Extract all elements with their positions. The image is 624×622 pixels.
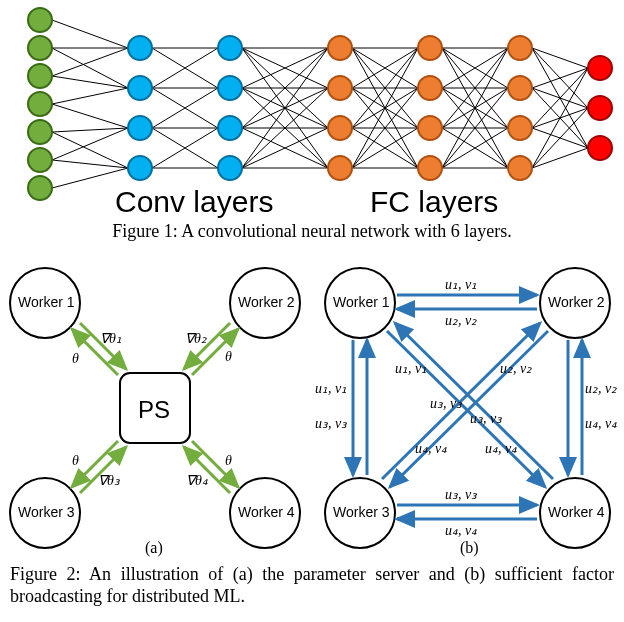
uv1-d: u₁, v₁ <box>395 361 427 376</box>
fc-layers-label: FC layers <box>370 185 498 218</box>
panel-b: Worker 1 Worker 2 Worker 3 Worker 4 <box>315 268 617 557</box>
fig1-caption-text: A convolutional neural network with 6 la… <box>178 221 512 241</box>
svg-point-89 <box>128 36 152 60</box>
uv3-d1: u₃, v₃ <box>430 396 463 411</box>
svg-line-6 <box>52 104 128 128</box>
fig1-caption-prefix: Figure 1: <box>112 221 178 241</box>
svg-point-82 <box>28 8 52 32</box>
conv-layer-2 <box>218 36 242 180</box>
theta-2: θ <box>225 349 232 364</box>
svg-point-93 <box>218 36 242 60</box>
grad-theta-2: ∇θ₂ <box>185 331 207 346</box>
svg-line-4 <box>52 48 128 76</box>
svg-line-7 <box>52 128 128 132</box>
worker3b-label: Worker 3 <box>333 504 390 520</box>
svg-line-70 <box>532 48 588 68</box>
conv-layer-1 <box>128 36 152 180</box>
svg-point-95 <box>218 116 242 140</box>
svg-line-9 <box>52 128 128 160</box>
uv1-left: u₁, v₁ <box>315 381 347 396</box>
svg-point-98 <box>328 76 352 100</box>
svg-point-84 <box>28 64 52 88</box>
output-layer <box>588 56 612 160</box>
svg-point-99 <box>328 116 352 140</box>
svg-line-128 <box>387 331 545 487</box>
svg-line-73 <box>532 68 588 88</box>
panel-a: PS Worker 1 Worker 2 Worker 3 Worker 4 θ… <box>10 268 300 557</box>
svg-line-130 <box>390 331 548 487</box>
svg-point-106 <box>508 76 532 100</box>
svg-point-96 <box>218 156 242 180</box>
ps-label: PS <box>138 396 170 423</box>
svg-point-86 <box>28 120 52 144</box>
worker2b-label: Worker 2 <box>548 294 605 310</box>
uv3-bot: u₃, v₃ <box>445 487 478 502</box>
fig2-caption: Figure 2: An illustration of (a) the par… <box>0 563 624 608</box>
uv3-d2: u₃, v₃ <box>470 411 503 426</box>
worker2a-label: Worker 2 <box>238 294 295 310</box>
svg-point-108 <box>508 156 532 180</box>
worker3a-label: Worker 3 <box>18 504 75 520</box>
svg-point-105 <box>508 36 532 60</box>
svg-point-110 <box>588 96 612 120</box>
svg-point-107 <box>508 116 532 140</box>
svg-point-91 <box>128 116 152 140</box>
svg-point-104 <box>418 156 442 180</box>
svg-line-10 <box>52 160 128 168</box>
svg-point-111 <box>588 136 612 160</box>
svg-line-5 <box>52 88 128 104</box>
svg-point-92 <box>128 156 152 180</box>
fig2-caption-text: An illustration of (a) the parameter ser… <box>10 564 614 607</box>
svg-point-101 <box>418 36 442 60</box>
uv2-d: u₂, v₂ <box>500 361 532 376</box>
input-layer <box>28 8 52 200</box>
fig2-diagram: PS Worker 1 Worker 2 Worker 3 Worker 4 θ… <box>0 243 624 563</box>
sub-b: (b) <box>460 539 479 557</box>
conv-layers-label: Conv layers <box>115 185 273 218</box>
svg-point-94 <box>218 76 242 100</box>
grad-theta-4: ∇θ₄ <box>186 473 208 488</box>
svg-point-83 <box>28 36 52 60</box>
fig1-caption: Figure 1: A convolutional neural network… <box>0 220 624 243</box>
fig1-network: Conv layers FC layers <box>0 0 624 220</box>
uv2-top: u₂, v₂ <box>445 313 477 328</box>
svg-point-87 <box>28 148 52 172</box>
fig2-caption-prefix: Figure 2: <box>10 564 81 584</box>
worker1b-label: Worker 1 <box>333 294 390 310</box>
uv3-left: u₃, v₃ <box>315 416 348 431</box>
fc-layer-3 <box>508 36 532 180</box>
sub-a: (a) <box>145 539 163 557</box>
worker4b-label: Worker 4 <box>548 504 605 520</box>
svg-point-102 <box>418 76 442 100</box>
svg-point-97 <box>328 36 352 60</box>
grad-theta-3: ∇θ₃ <box>98 473 121 488</box>
svg-line-8 <box>52 132 128 168</box>
uv4-d1: u₄, v₄ <box>415 441 447 456</box>
svg-line-0 <box>52 20 128 48</box>
fc-layer-2 <box>418 36 442 180</box>
uv4-bot: u₄, v₄ <box>445 523 477 538</box>
uv1-top: u₁, v₁ <box>445 277 477 292</box>
theta-3: θ <box>72 453 79 468</box>
uv4-right: u₄, v₄ <box>585 416 617 431</box>
worker1a-label: Worker 1 <box>18 294 75 310</box>
theta-4: θ <box>225 453 232 468</box>
svg-point-103 <box>418 116 442 140</box>
worker4a-label: Worker 4 <box>238 504 295 520</box>
fc-layer-1 <box>328 36 352 180</box>
svg-point-100 <box>328 156 352 180</box>
svg-line-79 <box>532 68 588 168</box>
grad-theta-1: ∇θ₁ <box>100 331 122 346</box>
theta-1: θ <box>72 351 79 366</box>
uv2-right: u₂, v₂ <box>585 381 617 396</box>
svg-point-88 <box>28 176 52 200</box>
svg-line-81 <box>532 148 588 168</box>
uv4-d2: u₄, v₄ <box>485 441 517 456</box>
svg-point-90 <box>128 76 152 100</box>
svg-point-109 <box>588 56 612 80</box>
svg-point-85 <box>28 92 52 116</box>
